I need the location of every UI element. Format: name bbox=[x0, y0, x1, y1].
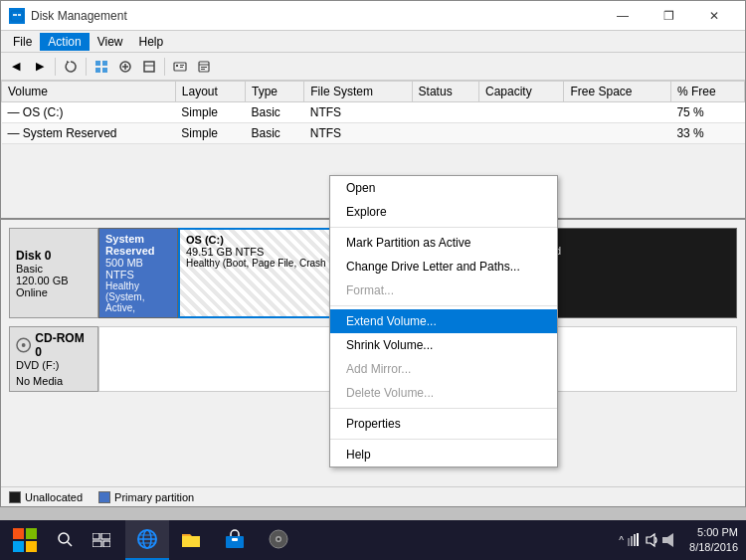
toolbar-separator-1 bbox=[55, 58, 56, 76]
svg-marker-45 bbox=[667, 533, 673, 547]
disk-management-window: Disk Management — ❐ ✕ File Action View H… bbox=[0, 0, 746, 507]
col-free[interactable]: Free Space bbox=[564, 82, 670, 102]
cell-layout: Simple bbox=[175, 102, 245, 123]
taskbar-app-explorer[interactable] bbox=[169, 520, 213, 560]
svg-rect-35 bbox=[232, 538, 238, 541]
toolbar-forward[interactable]: ▶ bbox=[29, 56, 51, 78]
col-volume[interactable]: Volume bbox=[2, 82, 176, 102]
windows-logo-icon bbox=[13, 528, 37, 552]
svg-marker-43 bbox=[647, 534, 654, 546]
context-help[interactable]: Help bbox=[330, 443, 557, 467]
col-type[interactable]: Type bbox=[246, 82, 304, 102]
svg-rect-42 bbox=[637, 533, 639, 546]
col-capacity[interactable]: Capacity bbox=[478, 82, 563, 102]
search-button[interactable] bbox=[50, 524, 82, 556]
context-sep-2 bbox=[330, 305, 557, 306]
context-open[interactable]: Open bbox=[330, 176, 557, 200]
menu-view[interactable]: View bbox=[90, 33, 131, 51]
task-view-icon bbox=[93, 533, 110, 547]
context-format[interactable]: Format... bbox=[330, 279, 557, 302]
cell-filesystem: NTFS bbox=[304, 123, 412, 144]
svg-rect-19 bbox=[201, 67, 207, 68]
toolbar-back[interactable]: ◀ bbox=[5, 56, 27, 78]
cell-status bbox=[412, 123, 478, 144]
context-delete-volume[interactable]: Delete Volume... bbox=[330, 381, 557, 405]
context-sep-1 bbox=[330, 227, 557, 228]
clock-time: 5:00 PM bbox=[689, 525, 738, 540]
svg-rect-14 bbox=[176, 65, 178, 67]
toolbar-btn3[interactable] bbox=[91, 56, 112, 78]
svg-rect-25 bbox=[93, 533, 99, 539]
svg-rect-39 bbox=[628, 538, 630, 546]
legend-unallocated-color bbox=[9, 491, 21, 503]
col-layout[interactable]: Layout bbox=[175, 82, 245, 102]
menu-file[interactable]: File bbox=[5, 33, 40, 51]
svg-rect-1 bbox=[13, 14, 17, 16]
cdrom-status: No Media bbox=[16, 375, 92, 387]
taskbar-apps bbox=[121, 520, 619, 560]
legend: Unallocated Primary partition bbox=[1, 486, 745, 506]
tray-chevron[interactable]: ^ bbox=[619, 535, 624, 546]
disk-0-type: Basic bbox=[16, 263, 92, 275]
volume-icon bbox=[644, 532, 659, 548]
taskbar-app-store[interactable] bbox=[213, 520, 257, 560]
menu-action[interactable]: Action bbox=[40, 33, 89, 51]
svg-rect-16 bbox=[180, 67, 183, 68]
cdrom-type: DVD (F:) bbox=[16, 359, 92, 371]
ie-icon bbox=[136, 528, 158, 550]
partition-sr-name: System Reserved bbox=[105, 233, 171, 257]
task-view-button[interactable] bbox=[86, 524, 117, 556]
cell-volume: — System Reserved bbox=[2, 123, 176, 144]
partition-sr-info: Healthy (System, Active, bbox=[105, 280, 171, 313]
table-row[interactable]: — System Reserved Simple Basic NTFS 33 % bbox=[2, 123, 745, 144]
context-sep-4 bbox=[330, 439, 557, 440]
taskbar-app-ie[interactable] bbox=[125, 520, 169, 560]
toolbar-btn6[interactable] bbox=[169, 56, 191, 78]
svg-rect-26 bbox=[101, 533, 110, 539]
context-change-drive-letter[interactable]: Change Drive Letter and Paths... bbox=[330, 255, 557, 279]
svg-rect-34 bbox=[226, 536, 244, 548]
partition-system-reserved[interactable]: System Reserved 500 MB NTFS Healthy (Sys… bbox=[98, 228, 178, 318]
restore-button[interactable]: ❐ bbox=[646, 1, 691, 31]
speaker-icon bbox=[661, 532, 677, 548]
cell-pctfree: 75 % bbox=[670, 102, 744, 123]
col-filesystem[interactable]: File System bbox=[304, 82, 412, 102]
titlebar: Disk Management — ❐ ✕ bbox=[1, 1, 745, 31]
col-pctfree[interactable]: % Free bbox=[670, 82, 744, 102]
cdrom-label: CD-ROM 0 DVD (F:) No Media bbox=[9, 326, 98, 392]
table-row[interactable]: — OS (C:) Simple Basic NTFS 75 % bbox=[2, 102, 745, 123]
system-clock[interactable]: 5:00 PM 8/18/2016 bbox=[689, 525, 738, 556]
close-button[interactable]: ✕ bbox=[691, 1, 737, 31]
minimize-button[interactable]: — bbox=[600, 1, 646, 31]
cell-layout: Simple bbox=[175, 123, 245, 144]
context-shrink-volume[interactable]: Shrink Volume... bbox=[330, 333, 557, 357]
window-controls: — ❐ ✕ bbox=[600, 1, 737, 31]
cdrom-icon bbox=[16, 337, 31, 353]
svg-rect-28 bbox=[103, 541, 110, 547]
toolbar-refresh[interactable] bbox=[60, 56, 82, 78]
partition-sr-size: 500 MB NTFS bbox=[105, 257, 171, 280]
toolbar-btn7[interactable] bbox=[193, 56, 215, 78]
context-add-mirror[interactable]: Add Mirror... bbox=[330, 357, 557, 381]
context-properties[interactable]: Properties bbox=[330, 412, 557, 436]
cell-capacity bbox=[478, 123, 563, 144]
context-explore[interactable]: Explore bbox=[330, 200, 557, 224]
cell-free bbox=[564, 123, 670, 144]
context-extend-volume[interactable]: Extend Volume... bbox=[330, 309, 557, 333]
svg-rect-27 bbox=[93, 541, 101, 547]
svg-rect-44 bbox=[662, 537, 667, 543]
svg-point-22 bbox=[22, 343, 26, 347]
toolbar-btn5[interactable] bbox=[138, 56, 160, 78]
start-button[interactable] bbox=[0, 520, 50, 560]
cell-pctfree: 33 % bbox=[670, 123, 744, 144]
folder-icon bbox=[180, 528, 202, 550]
legend-unallocated: Unallocated bbox=[9, 491, 83, 503]
col-status[interactable]: Status bbox=[412, 82, 478, 102]
taskbar-app-settings[interactable] bbox=[257, 520, 300, 560]
menubar: File Action View Help bbox=[1, 31, 745, 53]
cell-free bbox=[564, 102, 670, 123]
context-sep-3 bbox=[330, 408, 557, 409]
toolbar-btn4[interactable] bbox=[114, 56, 136, 78]
menu-help[interactable]: Help bbox=[131, 33, 172, 51]
context-mark-active[interactable]: Mark Partition as Active bbox=[330, 231, 557, 255]
